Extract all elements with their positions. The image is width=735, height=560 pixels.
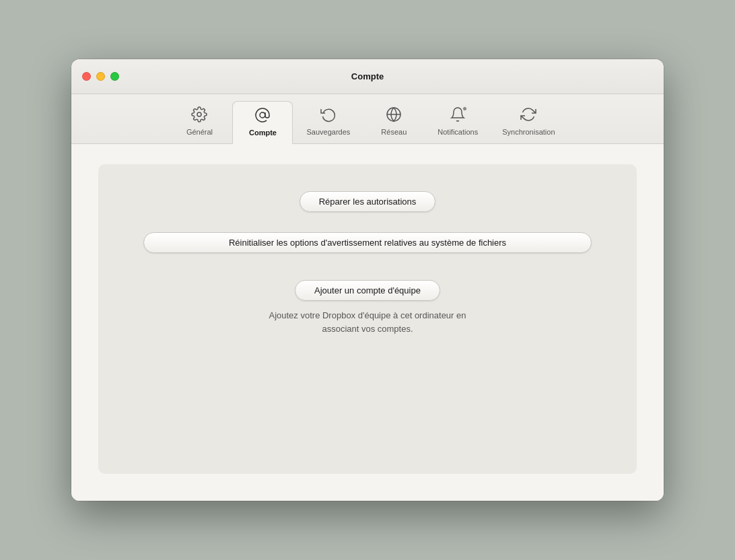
add-team-account-button[interactable]: Ajouter un compte d'équipe (295, 280, 440, 301)
reset-options-button[interactable]: Réinitialiser les options d'avertissemen… (143, 232, 592, 253)
content-panel: Réparer les autorisations Réinitialiser … (98, 164, 637, 474)
tab-general-label: Général (186, 128, 213, 136)
notifications-icon (450, 106, 466, 125)
sync-icon (520, 106, 536, 125)
at-icon (254, 107, 271, 126)
tab-synchronisation-label: Synchronisation (502, 128, 555, 136)
tab-synchronisation[interactable]: Synchronisation (491, 101, 565, 143)
team-description: Ajoutez votre Dropbox d'équipe à cet ord… (269, 309, 466, 335)
tab-sauvegardes[interactable]: Sauvegardes (295, 101, 361, 143)
tab-compte[interactable]: Compte (232, 101, 293, 144)
tab-notifications-label: Notifications (438, 128, 478, 136)
close-button[interactable] (82, 72, 91, 81)
titlebar: Compte (71, 59, 664, 94)
tab-sauvegardes-label: Sauvegardes (306, 128, 350, 136)
notification-badge (462, 106, 467, 111)
team-section: Ajouter un compte d'équipe Ajoutez votre… (269, 280, 466, 335)
svg-point-0 (197, 112, 201, 116)
preferences-window: Compte Général Compte (71, 59, 664, 501)
backup-icon (320, 106, 337, 125)
svg-point-1 (260, 112, 265, 118)
repair-permissions-button[interactable]: Réparer les autorisations (300, 191, 436, 212)
gear-icon (191, 106, 207, 125)
tab-notifications[interactable]: Notifications (427, 101, 489, 143)
tab-general[interactable]: Général (169, 101, 230, 143)
tab-compte-label: Compte (249, 129, 277, 137)
network-icon (386, 106, 402, 125)
main-content: Réparer les autorisations Réinitialiser … (71, 144, 664, 501)
window-controls (82, 72, 119, 81)
tab-reseau-label: Réseau (381, 128, 407, 136)
minimize-button[interactable] (96, 72, 105, 81)
tab-reseau[interactable]: Réseau (363, 101, 424, 143)
window-title: Compte (351, 71, 384, 81)
toolbar: Général Compte Sauvegardes (71, 94, 664, 144)
maximize-button[interactable] (110, 72, 119, 81)
